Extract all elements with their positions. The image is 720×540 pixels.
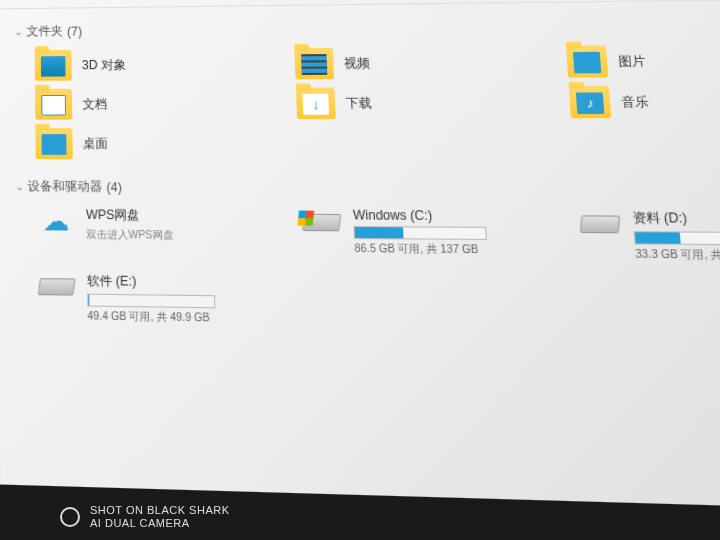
drives-title: 设备和驱动器 — [28, 178, 103, 196]
drives-grid: ☁ WPS网盘 双击进入WPS网盘 Windows (C:) 86.5 GB 可… — [15, 206, 720, 335]
drive-e[interactable]: 软件 (E:) 49.4 GB 可用, 共 49.9 GB — [37, 272, 262, 327]
folder-label: 桌面 — [83, 135, 108, 153]
hdd-icon — [37, 272, 77, 302]
watermark-circle-icon — [60, 507, 80, 527]
folder-label: 音乐 — [621, 93, 650, 111]
folder-label: 图片 — [618, 52, 646, 70]
chevron-down-icon: ⌄ — [15, 181, 23, 193]
folder-videos[interactable]: 视频 — [294, 46, 523, 79]
folders-grid: 3D 对象 视频 图片 文档 下载 — [14, 44, 720, 160]
capacity-bar — [634, 231, 720, 245]
camera-watermark: SHOT ON BLACK SHARK AI DUAL CAMERA — [60, 504, 230, 530]
chevron-down-icon: ⌄ — [14, 26, 22, 37]
drive-free: 86.5 GB 可用, 共 137 GB — [354, 241, 535, 258]
folder-icon — [296, 87, 336, 119]
folders-title: 文件夹 — [26, 23, 63, 41]
folders-section-header[interactable]: ⌄ 文件夹 (7) — [14, 15, 720, 41]
drive-label: Windows (C:) — [353, 208, 533, 224]
folder-icon — [35, 128, 72, 159]
drive-free: 49.4 GB 可用, 共 49.9 GB — [87, 309, 261, 327]
folder-downloads[interactable]: 下载 — [296, 86, 526, 119]
drives-count: (4) — [106, 180, 122, 195]
folder-icon — [566, 45, 609, 77]
folder-3d-objects[interactable]: 3D 对象 — [35, 48, 253, 80]
hdd-icon — [301, 207, 344, 237]
capacity-bar — [87, 294, 215, 309]
main-pane: ⌄ 文件夹 (7) 3D 对象 视频 图片 — [0, 0, 720, 510]
folder-icon — [35, 50, 72, 81]
folder-label: 视频 — [344, 54, 371, 72]
folder-icon — [35, 89, 72, 120]
folder-label: 下载 — [345, 94, 372, 112]
hdd-icon — [577, 209, 623, 240]
folder-music[interactable]: 音乐 — [569, 85, 720, 118]
capacity-bar — [353, 226, 487, 240]
drive-label: 资料 (D:) — [632, 209, 720, 229]
watermark-line2: AI DUAL CAMERA — [90, 517, 230, 530]
drive-label: WPS网盘 — [86, 206, 258, 225]
drive-label: 软件 (E:) — [87, 272, 260, 292]
drive-sub: 双击进入WPS网盘 — [86, 227, 258, 243]
folder-desktop[interactable]: 桌面 — [35, 128, 255, 160]
folder-label: 3D 对象 — [82, 56, 126, 74]
watermark-line1: SHOT ON BLACK SHARK — [90, 504, 230, 517]
folder-icon — [569, 86, 612, 118]
folder-icon — [294, 48, 334, 80]
drive-d[interactable]: 资料 (D:) 33.3 GB 可用, 共 49.9 GB — [577, 209, 720, 264]
drive-wps[interactable]: ☁ WPS网盘 双击进入WPS网盘 — [36, 206, 259, 259]
drive-c[interactable]: Windows (C:) 86.5 GB 可用, 共 137 GB — [301, 207, 536, 261]
folder-pictures[interactable]: 图片 — [566, 44, 720, 78]
folder-documents[interactable]: 文档 — [35, 88, 254, 120]
drive-free: 33.3 GB 可用, 共 49.9 GB — [635, 247, 720, 264]
cloud-icon: ☁ — [36, 206, 76, 236]
drives-section-header[interactable]: ⌄ 设备和驱动器 (4) — [15, 178, 720, 199]
folder-label: 文档 — [82, 95, 107, 113]
folders-count: (7) — [67, 24, 82, 38]
